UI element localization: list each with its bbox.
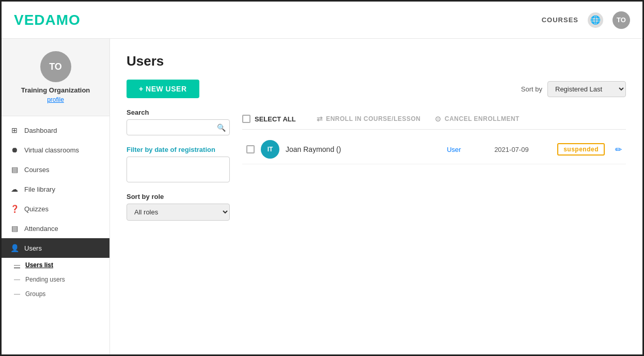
enroll-icon: ⇄ xyxy=(317,115,323,123)
users-icon: 👤 xyxy=(10,243,19,253)
list-actions: SELECT ALL ⇄ ENROLL IN COURSE/LESSON ⊙ C… xyxy=(242,109,626,130)
user-role: User xyxy=(447,146,488,153)
sidebar-item-label-attendance: Attendance xyxy=(24,225,58,233)
dash-icon-2: — xyxy=(14,276,20,283)
dashboard-icon: ⊞ xyxy=(10,126,19,135)
sidebar-item-quizzes[interactable]: ❓ Quizzes xyxy=(2,199,109,219)
new-user-button[interactable]: + NEW USER xyxy=(127,80,199,98)
enroll-button[interactable]: ⇄ ENROLL IN COURSE/LESSON xyxy=(310,113,427,125)
page-title: Users xyxy=(127,53,626,69)
sub-nav-label-users-list: Users list xyxy=(25,261,53,269)
edit-icon[interactable]: ✏ xyxy=(615,145,622,154)
role-label: Sort by role xyxy=(127,193,230,200)
sidebar-item-label-files: File library xyxy=(24,185,55,193)
sidebar-item-label-courses: Courses xyxy=(24,166,49,174)
user-date: 2021-07-09 xyxy=(494,146,551,153)
select-all-label[interactable]: SELECT ALL xyxy=(255,115,296,123)
org-profile-link[interactable]: profile xyxy=(47,96,64,103)
cancel-icon: ⊙ xyxy=(435,115,442,123)
search-icon: 🔍 xyxy=(217,123,226,132)
sidebar-item-courses[interactable]: ▤ Courses xyxy=(2,160,109,179)
role-select[interactable]: All roles User Admin Instructor xyxy=(127,204,230,221)
status-badge: suspended xyxy=(557,143,605,156)
table-row: IT Joan Raymond () User 2021-07-09 suspe… xyxy=(242,135,626,164)
virtual-classrooms-icon: ⏺ xyxy=(10,145,19,154)
logo: VEDAMO xyxy=(14,12,81,28)
sidebar-item-label-vc: Virtual classrooms xyxy=(24,146,79,154)
date-filter-input[interactable] xyxy=(127,157,230,182)
search-input-wrap: 🔍 xyxy=(127,119,230,135)
filter-and-list: Search 🔍 Filter by date of registration … xyxy=(127,109,626,221)
sub-nav-label-groups: Groups xyxy=(25,290,45,298)
date-filter-label: Filter by date of registration xyxy=(127,146,230,153)
toolbar: + NEW USER Sort by Registered Last Regis… xyxy=(127,80,626,98)
search-input[interactable] xyxy=(127,119,230,135)
sub-nav-label-pending: Pending users xyxy=(25,276,65,283)
courses-icon: ▤ xyxy=(10,165,19,174)
org-section: TO Training Organization profile xyxy=(2,39,109,116)
filter-panel: Search 🔍 Filter by date of registration … xyxy=(127,109,230,221)
nav-items: ⊞ Dashboard ⏺ Virtual classrooms ▤ Cours… xyxy=(2,116,109,354)
main-layout: TO Training Organization profile ⊞ Dashb… xyxy=(2,39,642,354)
select-all-checkbox[interactable] xyxy=(242,115,250,123)
org-name: Training Organization xyxy=(21,86,90,94)
dash-icon-3: — xyxy=(14,290,20,298)
sidebar-item-label-quizzes: Quizzes xyxy=(24,205,49,213)
header: VEDAMO COURSES 🌐 TO xyxy=(2,2,642,39)
sidebar-item-attendance[interactable]: ▤ Attendance xyxy=(2,219,109,238)
user-email: () xyxy=(336,145,341,153)
sidebar-item-label-users: Users xyxy=(24,244,42,252)
user-initials-badge: IT xyxy=(261,140,279,159)
select-all-wrap: SELECT ALL xyxy=(242,115,305,123)
user-full-name: Joan Raymond xyxy=(286,145,334,153)
dash-icon: — xyxy=(14,261,20,269)
sub-nav-pending-users[interactable]: — Pending users xyxy=(2,272,109,287)
enroll-label: ENROLL IN COURSE/LESSON xyxy=(326,115,420,122)
file-library-icon: ☁ xyxy=(10,184,19,194)
header-right: COURSES 🌐 TO xyxy=(542,11,630,29)
sort-by-label: Sort by xyxy=(521,85,542,93)
sub-nav-users-list[interactable]: — Users list xyxy=(2,258,109,272)
attendance-icon: ▤ xyxy=(10,224,19,233)
content: Users + NEW USER Sort by Registered Last… xyxy=(110,39,642,354)
cancel-label: CANCEL ENROLLMENT xyxy=(445,115,520,122)
sidebar-item-file-library[interactable]: ☁ File library xyxy=(2,179,109,199)
header-user-avatar[interactable]: TO xyxy=(612,11,630,29)
sidebar-item-dashboard[interactable]: ⊞ Dashboard xyxy=(2,120,109,140)
sidebar-item-users[interactable]: 👤 Users xyxy=(2,238,109,258)
cancel-enrollment-button[interactable]: ⊙ CANCEL ENROLLMENT xyxy=(429,113,525,125)
courses-link[interactable]: COURSES xyxy=(542,16,578,24)
globe-icon[interactable]: 🌐 xyxy=(588,12,603,28)
sidebar-item-virtual-classrooms[interactable]: ⏺ Virtual classrooms xyxy=(2,140,109,160)
quizzes-icon: ❓ xyxy=(10,204,19,213)
search-label: Search xyxy=(127,109,230,116)
sort-select[interactable]: Registered Last Registered First Name A-… xyxy=(547,81,626,97)
sub-nav-groups[interactable]: — Groups xyxy=(2,287,109,301)
user-name: Joan Raymond () xyxy=(286,145,441,153)
org-avatar: TO xyxy=(40,51,71,82)
user-row-checkbox[interactable] xyxy=(246,145,255,153)
sidebar-item-label-dashboard: Dashboard xyxy=(24,127,57,134)
sort-section: Sort by Registered Last Registered First… xyxy=(521,81,626,97)
sidebar: TO Training Organization profile ⊞ Dashb… xyxy=(2,39,110,354)
sub-nav: — Users list — Pending users — Groups xyxy=(2,258,109,301)
user-list: SELECT ALL ⇄ ENROLL IN COURSE/LESSON ⊙ C… xyxy=(242,109,626,221)
